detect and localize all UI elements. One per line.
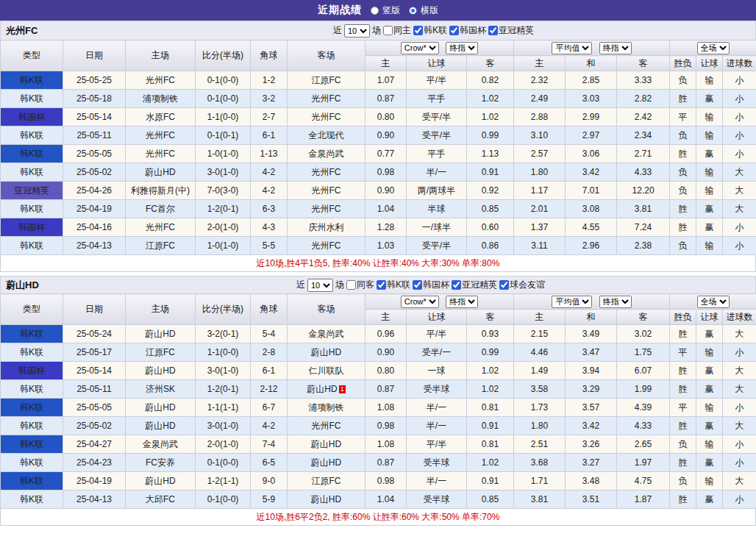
- league-filter[interactable]: 韩K联: [377, 279, 410, 291]
- odds-source-select[interactable]: Crow*: [401, 42, 439, 54]
- avg-draw-odds: 3.57: [566, 399, 617, 417]
- away-team: 浦项制铁: [288, 399, 365, 417]
- vertical-layout-radio[interactable]: [371, 7, 379, 15]
- odds-stage-select[interactable]: 终指: [446, 296, 478, 308]
- handicap-away-odds: 0.81: [467, 435, 514, 454]
- handicap-home-odds: 1.04: [365, 490, 407, 509]
- scope-select[interactable]: 全场: [697, 42, 730, 54]
- same-venue-filter[interactable]: 同客: [346, 279, 374, 291]
- avg-away-odds: 4.33: [617, 163, 670, 182]
- handicap-home-odds: 0.87: [365, 90, 407, 108]
- away-team: 金泉尚武: [288, 325, 365, 343]
- near-label: 近: [296, 279, 305, 291]
- corner-score: 6-1: [251, 126, 288, 145]
- avg-stage-select[interactable]: 终指: [599, 42, 632, 54]
- result-wdl: 负: [670, 435, 696, 454]
- result-wdl: 胜: [670, 200, 696, 218]
- recent-count-select[interactable]: 10: [344, 24, 370, 38]
- score: 1-1(0-0): [196, 108, 251, 126]
- result-wdl: 负: [670, 71, 696, 90]
- league-filter[interactable]: 亚冠精英: [488, 24, 534, 37]
- home-team: 蔚山HD: [126, 399, 196, 417]
- home-team: 蔚山HD: [126, 472, 196, 490]
- match-row: 韩K联25-04-13江原FC1-0(1-0)5-5光州FC1.03受平/半0.…: [1, 237, 756, 255]
- avg-away-odds: 2.42: [617, 108, 670, 126]
- result-wdl: 负: [670, 163, 696, 182]
- scope-select[interactable]: 全场: [697, 296, 730, 308]
- result-handicap: 输: [696, 163, 723, 182]
- avg-source-select[interactable]: 平均值: [552, 42, 592, 54]
- handicap-line: 两/两球半: [407, 182, 467, 200]
- handicap-away-odds: 0.91: [467, 417, 514, 435]
- avg-home-odds: 3.68: [514, 454, 566, 472]
- league-filter[interactable]: 韩国杯: [449, 24, 486, 37]
- horizontal-layout-radio[interactable]: [409, 7, 417, 15]
- away-team: 蔚山HD: [288, 343, 365, 362]
- avg-home-odds: 2.51: [514, 435, 566, 454]
- match-row: 韩K联25-05-18浦项制铁0-1(0-0)3-2光州FC0.87平手1.02…: [1, 90, 756, 108]
- avg-draw-odds: 3.47: [566, 343, 617, 362]
- away-team: 光州FC: [288, 108, 365, 126]
- avg-source-select[interactable]: 平均值: [552, 296, 592, 308]
- same-venue-filter[interactable]: 同主: [383, 24, 411, 37]
- result-wdl: 胜: [670, 90, 696, 108]
- handicap-line: 平/半: [407, 435, 467, 454]
- home-team: 蔚山HD: [126, 362, 196, 380]
- matches-table: 类型 日期 主场 比分(半场) 角球 客场 Crow* 终指 平均值 终指: [0, 40, 756, 255]
- avg-stage-select[interactable]: 终指: [599, 296, 632, 308]
- league-checkbox[interactable]: [413, 280, 422, 290]
- league-type-cell: 韩K联: [1, 472, 63, 490]
- league-filter[interactable]: 韩国杯: [413, 279, 449, 291]
- league-label: 亚冠精英: [462, 279, 497, 291]
- col-date: 日期: [63, 294, 126, 325]
- league-filter[interactable]: 韩K联: [413, 24, 447, 37]
- same-venue-checkbox[interactable]: [383, 26, 393, 35]
- avg-away-odds: 2.65: [617, 435, 670, 454]
- filter-bar: 近 10 场 同主 韩K联韩国杯亚冠精英: [333, 21, 534, 40]
- home-team: 蔚山HD: [126, 163, 196, 182]
- handicap-line: 一球: [407, 362, 467, 380]
- league-label: 亚冠精英: [499, 24, 534, 37]
- avg-away-odds: 2.71: [617, 145, 670, 163]
- same-venue-checkbox[interactable]: [346, 280, 356, 290]
- home-team: 光州FC: [126, 71, 196, 90]
- home-team: 蔚山HD: [126, 417, 196, 435]
- result-wdl: 负: [670, 182, 696, 200]
- league-filter[interactable]: 球会友谊: [499, 279, 545, 291]
- league-checkbox[interactable]: [377, 280, 386, 290]
- odds-source-select[interactable]: Crow*: [401, 296, 439, 308]
- result-handicap: 赢: [696, 417, 723, 435]
- avg-away-odds: 12.20: [617, 182, 670, 200]
- col-away-odds: 客: [467, 310, 514, 325]
- avg-home-odds: 1.17: [514, 182, 566, 200]
- league-checkbox[interactable]: [413, 26, 423, 35]
- league-checkbox[interactable]: [449, 26, 459, 35]
- odds-stage-select[interactable]: 终指: [446, 42, 478, 54]
- result-handicap: 赢: [696, 145, 723, 163]
- match-row: 韩K联25-05-25光州FC0-1(0-0)1-2江原FC1.07平/半0.8…: [1, 71, 756, 90]
- result-wdl: 平: [670, 108, 696, 126]
- avg-draw-odds: 3.94: [566, 362, 617, 380]
- league-checkbox[interactable]: [452, 280, 461, 290]
- league-checkbox[interactable]: [488, 26, 498, 35]
- corner-score: 4-2: [251, 182, 288, 200]
- match-row: 韩K联25-05-05光州FC1-0(1-0)1-13金泉尚武0.77平手1.1…: [1, 145, 756, 163]
- avg-group-header: 平均值 终指: [514, 294, 670, 310]
- handicap-away-odds: 0.99: [467, 343, 514, 362]
- league-filter[interactable]: 亚冠精英: [452, 279, 497, 291]
- away-team: 蔚山HD: [288, 435, 365, 454]
- league-label: 韩国杯: [460, 24, 486, 37]
- handicap-line: 受半球: [407, 380, 467, 399]
- section-summary: 近10场,胜6平2负2, 胜率:60% 让胜率:60% 大率:50% 单率:70…: [0, 509, 756, 526]
- near-label: 近: [333, 24, 342, 37]
- col-handicap: 让球: [407, 310, 467, 325]
- result-handicap: 赢: [696, 200, 723, 218]
- result-handicap: 赢: [696, 325, 723, 343]
- league-checkbox[interactable]: [499, 280, 509, 290]
- match-date: 25-04-13: [63, 237, 126, 255]
- section-header-bar: 光州FC 近 10 场 同主 韩K联韩国杯亚冠精英: [0, 21, 756, 40]
- result-handicap: 赢: [696, 362, 723, 380]
- match-date: 25-04-13: [63, 490, 126, 509]
- recent-count-select[interactable]: 10: [307, 279, 333, 292]
- col-handicap-result: 让球: [696, 56, 723, 71]
